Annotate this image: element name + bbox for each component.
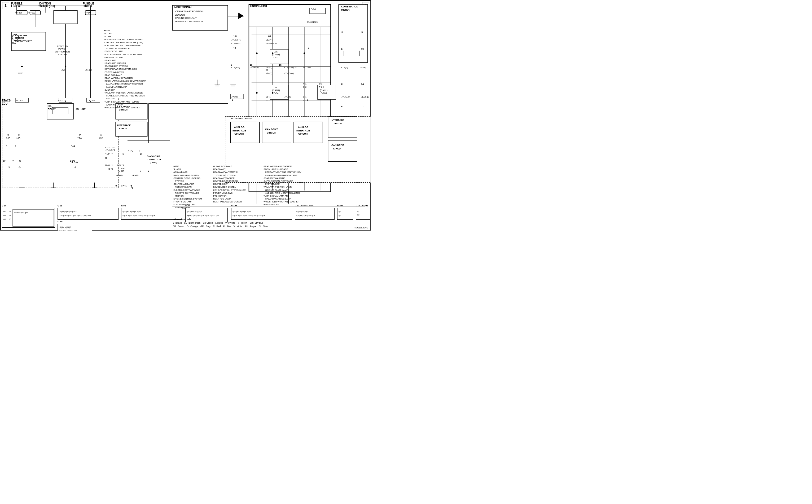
fusible-link1-label: LINK ④ bbox=[11, 5, 20, 8]
c37-pin-20: 20 bbox=[266, 69, 268, 71]
wire-tr-b: <T>(R-B) bbox=[250, 66, 258, 69]
svg-text:1|2|3|4  =  |5|6|7: 1|2|3|4 = |5|6|7 bbox=[59, 226, 71, 228]
fusible-link3-label2: LINK ③ bbox=[83, 5, 92, 8]
gnd-circle-1: ③ bbox=[8, 166, 10, 169]
b06-label: B-06 bbox=[311, 8, 316, 11]
gnd-circle-2: ③ bbox=[19, 166, 21, 169]
etacs-ecu-label2: ECU bbox=[2, 102, 7, 105]
fuse-f8w-3: <F>8W bbox=[84, 12, 91, 14]
fuse-7-5a-1: 7.5A bbox=[6, 137, 10, 139]
svg-point-89 bbox=[303, 52, 305, 54]
b2-label: B *2 bbox=[108, 167, 113, 170]
analog-ic-2-label: ANALOG INTERFACE CIRCUIT bbox=[296, 126, 310, 136]
c317-bottom-label: C-317 bbox=[58, 220, 63, 223]
num-4-diag: 4 bbox=[138, 149, 140, 152]
interface-circuit-left-label: INTERFACE CIRCUIT bbox=[117, 124, 131, 130]
fuse-10a: 10A bbox=[99, 137, 103, 139]
wire-colour-code: Wire colour code B : Black LG : Light gr… bbox=[173, 218, 268, 228]
pin-19-1: 19 *1 bbox=[266, 96, 271, 98]
input-signal-title: INPUT SIGNAL bbox=[174, 6, 192, 9]
svg-text:1|2: 1|2 bbox=[357, 214, 359, 216]
pin-6-2: 6 *2 bbox=[303, 86, 306, 88]
wire-1-25w: 1.25W bbox=[16, 72, 23, 74]
bw1-box: B-W *1 bbox=[117, 164, 124, 166]
wire-tb: <T>(B) bbox=[284, 96, 291, 98]
cm-circle-3a: ③ bbox=[341, 31, 343, 34]
svg-text:1|2: 1|2 bbox=[338, 214, 341, 216]
interface-circuit-right-label: INTERFACE CIRCUIT bbox=[331, 118, 344, 125]
num-6-diag: 6 bbox=[122, 153, 124, 155]
pin-7-1: 7 *1 bbox=[303, 83, 306, 85]
pin-16: 16 bbox=[279, 64, 281, 66]
g-label: G bbox=[19, 160, 21, 162]
num-17-star1: 17 *1 bbox=[121, 185, 127, 187]
svg-text:1|2|3|4  o  |5|6|7|8|9: 1|2|3|4 o |5|6|7|8|9 bbox=[186, 210, 201, 213]
star3-label: *3 bbox=[12, 160, 14, 162]
c301-bottom-label: C-301 bbox=[337, 205, 343, 207]
svg-rect-13 bbox=[54, 11, 77, 24]
b06-bottom-label: B-06 bbox=[2, 205, 6, 207]
c317-ref-label: 8 C-317 *1 bbox=[105, 146, 115, 149]
can-drive-right-label: CAN DRIVE CIRCUIT bbox=[331, 144, 344, 150]
tgr1: <T>GR *1 bbox=[231, 39, 241, 41]
b-right: B bbox=[140, 170, 141, 172]
pin-3a: 3 bbox=[341, 83, 342, 85]
combination-meter-label: COMBINATION METER bbox=[341, 5, 358, 11]
pin-7-2b: 7 *2 bbox=[319, 86, 322, 88]
pin-6-top: 6 bbox=[231, 64, 232, 66]
f2b-2: <F>2B bbox=[132, 174, 139, 177]
c127-connector-diagram: 1|2|3|4|5|6|7|8 9|10|11|12|13|14|15|16 bbox=[295, 208, 334, 220]
fuse-5-circle: ⑤ bbox=[100, 134, 102, 136]
num-14-diag: 14 bbox=[140, 153, 142, 155]
tp1: <T>P *1 bbox=[266, 39, 273, 41]
svg-point-93 bbox=[65, 66, 66, 67]
svg-text:multiple pins grid: multiple pins grid bbox=[14, 212, 28, 214]
wire-tygw: <T>Y-G *1 bbox=[105, 149, 115, 151]
b06-connector-diagram: 6162 6364 6566 multiple pins grid bbox=[2, 208, 55, 228]
note1: NOTE *1 : LHD *2 : RHD *3 :CENTRAL DOOR … bbox=[104, 29, 146, 109]
wire-tg: <T>(G) bbox=[341, 66, 348, 69]
svg-text:66: 66 bbox=[9, 218, 11, 220]
fuse-9-circle: ⑨ bbox=[18, 134, 20, 136]
tgrl2: <T>GR-L *2 bbox=[266, 42, 277, 45]
b2-box: B *2 bbox=[121, 167, 125, 170]
c105-bottom-label: C-105 bbox=[231, 205, 237, 207]
fuse-f8w-1: <F>8W bbox=[15, 12, 22, 14]
pin-6c: 6 bbox=[341, 48, 342, 50]
note2-col2: ·GLOVE BOX LAMP ·HEADLAMP ·HEADLAMP AUTO… bbox=[213, 165, 246, 203]
c01-bottom-label: C-01 bbox=[58, 205, 62, 207]
ig1-relay-label: IG1 RELAY bbox=[48, 105, 56, 111]
br-label: BR bbox=[3, 160, 7, 162]
bw-main: B-W bbox=[71, 145, 75, 148]
pin-15: 15 bbox=[233, 47, 236, 50]
wire-tyg-2: <T>(Y-G) bbox=[341, 96, 350, 98]
num-5-diag: 5 bbox=[148, 170, 149, 172]
c307-c309-connector-diagram: 1|2 1|2 bbox=[356, 208, 370, 220]
pin-19b: 19 bbox=[361, 48, 364, 50]
c317-connector-label: 6 C-317 bbox=[58, 99, 66, 102]
wire-ty: <T>(Y) bbox=[266, 66, 272, 69]
c309-connector-label: 1 C-309 bbox=[87, 99, 95, 102]
pin-19-top: 19 bbox=[250, 64, 252, 66]
svg-text:9|10|11|12|13|14|15|16: 9|10|11|12|13|14|15|16 bbox=[296, 214, 315, 216]
svg-text:65: 65 bbox=[3, 218, 6, 220]
wire-tp: <T>(P) bbox=[360, 66, 366, 69]
fuse-15a: 15A bbox=[16, 137, 20, 139]
wire-tg-w2: <T>(G-W) bbox=[284, 72, 294, 74]
footer-part-number: H7G10E00AC bbox=[354, 227, 368, 229]
f2b-1: <F>2B bbox=[116, 174, 123, 177]
pin-14: 14 bbox=[361, 83, 364, 85]
pin-7-2c: 7 *2 bbox=[303, 99, 306, 101]
tsb2: <T>SB *2 bbox=[231, 42, 240, 45]
svg-point-87 bbox=[256, 52, 258, 54]
svg-point-92 bbox=[21, 66, 23, 67]
wire-trb-2: <T>(R-B) bbox=[360, 96, 369, 98]
can-drive-1-label: CAN DRIVE CIRCUIT bbox=[265, 128, 278, 134]
svg-marker-49 bbox=[230, 13, 244, 19]
svg-text:64: 64 bbox=[9, 214, 11, 216]
gnd-circle-3: ③ bbox=[74, 166, 76, 169]
fuse-7-5a-2: 7.5A bbox=[77, 137, 82, 139]
svg-point-90 bbox=[256, 92, 258, 94]
bw2-label: B-W *1 bbox=[105, 164, 113, 167]
fuse-w: (W) bbox=[61, 69, 65, 71]
